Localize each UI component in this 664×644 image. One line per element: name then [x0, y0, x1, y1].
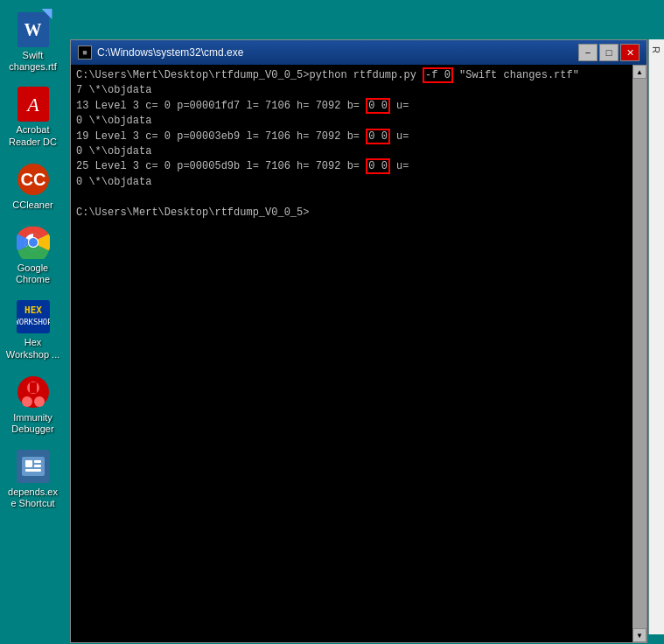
cmd-line-1: C:\Users\Mert\Desktop\rtfdump_V0_0_5>pyt… [76, 68, 626, 83]
cmd-line-5: 19 Level 3 c= 0 p=00003eb9 l= 7106 h= 70… [76, 130, 626, 144]
icon-label-immunity: Immunity Debugger [6, 412, 60, 435]
cmd-line-blank [76, 190, 626, 205]
icon-hex-workshop[interactable]: HEX WORKSHOP Hex Workshop ... [3, 296, 64, 363]
word-icon: W [16, 12, 51, 47]
cmd-maximize-button[interactable]: □ [599, 44, 619, 61]
cmd-window-icon: ■ [78, 46, 92, 60]
svg-rect-23 [25, 469, 41, 472]
icon-ccleaner[interactable]: CC CCleaner [3, 158, 64, 214]
cmd-output: C:\Users\Mert\Desktop\rtfdump_V0_0_5>pyt… [76, 68, 641, 220]
chrome-icon [16, 225, 51, 260]
cmd-line-2: 7 \*\objdata [76, 83, 626, 98]
b-value-3-highlight: 0 0 [366, 158, 390, 174]
right-edge-panel: YR [648, 39, 664, 634]
cmd-titlebar: ■ C:\Windows\system32\cmd.exe − □ ✕ [71, 40, 647, 65]
cmd-close-button[interactable]: ✕ [620, 44, 640, 61]
hex-icon: HEX WORKSHOP [16, 299, 51, 334]
desktop-sidebar: W Swift changes.rtf A Acrobat Reader DC … [0, 0, 66, 644]
cmd-line-4: 0 \*\objdata [76, 114, 626, 129]
cmd-line-7: 25 Level 3 c= 0 p=00005d9b l= 7106 h= 70… [76, 159, 626, 174]
svg-text:HEX: HEX [24, 304, 42, 316]
right-edge-text: YR [649, 39, 664, 60]
icon-depends[interactable]: depends.exe Shortcut [3, 445, 64, 513]
cmd-line-8: 0 \*\objdata [76, 175, 626, 190]
depends-icon [16, 449, 51, 484]
cmd-title: C:\Windows\system32\cmd.exe [97, 46, 578, 59]
svg-text:WORKSHOP: WORKSHOP [17, 318, 50, 326]
cmd-window: ■ C:\Windows\system32\cmd.exe − □ ✕ C:\U… [70, 39, 647, 643]
immunity-icon [16, 374, 51, 410]
icon-label-acrobat: Acrobat Reader DC [6, 124, 60, 147]
cmd-scrollbar[interactable]: ▲ ▼ [633, 65, 647, 642]
b-value-2-highlight: 0 0 [366, 129, 390, 144]
icon-label-swift: Swift changes.rtf [6, 50, 60, 73]
svg-rect-21 [34, 460, 41, 463]
icon-google-chrome[interactable]: Google Chrome [3, 221, 64, 289]
svg-point-9 [29, 238, 38, 247]
cmd-line-1-post: "Swift changes.rtf" [453, 69, 579, 81]
svg-point-16 [34, 396, 45, 407]
svg-text:CC: CC [20, 170, 45, 189]
icon-immunity-debugger[interactable]: Immunity Debugger [3, 371, 64, 438]
icon-label-depends: depends.exe Shortcut [6, 486, 60, 509]
cmd-window-controls: − □ ✕ [578, 44, 640, 61]
svg-rect-17 [30, 382, 37, 393]
scrollbar-up-button[interactable]: ▲ [633, 65, 647, 79]
cmd-line-6: 0 \*\objdata [76, 144, 626, 159]
cmd-content-area: C:\Users\Mert\Desktop\rtfdump_V0_0_5>pyt… [71, 65, 647, 642]
cmd-minimize-button[interactable]: − [578, 44, 598, 61]
scrollbar-down-button[interactable]: ▼ [633, 628, 647, 642]
cmd-line-1-pre: C:\Users\Mert\Desktop\rtfdump_V0_0_5>pyt… [76, 69, 423, 81]
b-value-1-highlight: 0 0 [366, 98, 390, 114]
svg-rect-20 [25, 460, 32, 467]
svg-rect-19 [22, 457, 45, 476]
acrobat-icon: A [16, 87, 51, 122]
cmd-line-prompt: C:\Users\Mert\Desktop\rtfdump_V0_0_5> [76, 206, 626, 220]
cmd-line-3: 13 Level 3 c= 0 p=00001fd7 l= 7106 h= 70… [76, 99, 626, 114]
icon-label-chrome: Google Chrome [6, 262, 60, 285]
scrollbar-track [633, 79, 647, 628]
ccleaner-icon: CC [16, 162, 51, 197]
icon-label-hex: Hex Workshop ... [6, 337, 60, 360]
svg-text:A: A [25, 94, 39, 116]
cmd-flag-highlight: -f 0 [423, 67, 453, 83]
svg-point-15 [22, 396, 32, 407]
svg-rect-22 [34, 465, 41, 467]
icon-acrobat[interactable]: A Acrobat Reader DC [3, 83, 64, 150]
icon-label-ccleaner: CCleaner [12, 200, 52, 211]
icon-swift-changes[interactable]: W Swift changes.rtf [3, 9, 64, 76]
